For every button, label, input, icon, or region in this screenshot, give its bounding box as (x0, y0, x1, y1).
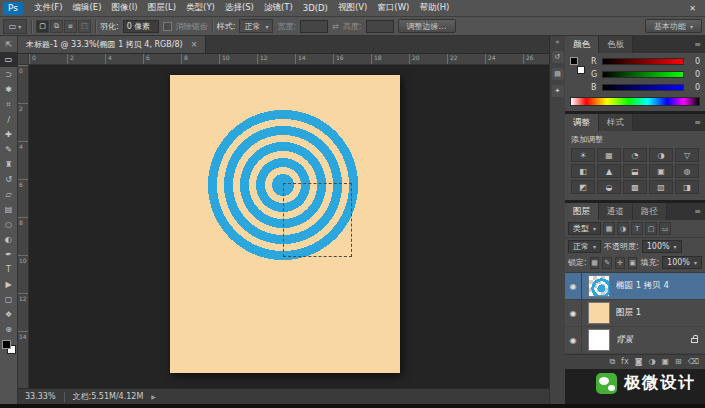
lock-image-pixels-icon[interactable]: ✎ (602, 257, 612, 269)
hand-tool[interactable]: ❖ (0, 307, 18, 322)
background-color-swatch[interactable] (577, 66, 585, 74)
filter-smart-objects-icon[interactable]: ▭ (659, 222, 671, 235)
foreground-color-swatch[interactable] (2, 340, 11, 349)
photo-filter-icon[interactable]: ▣ (649, 164, 673, 178)
red-channel-value[interactable]: 0 (688, 57, 700, 66)
menu-image[interactable]: 图像(I) (107, 0, 143, 16)
healing-brush-tool[interactable]: ✚ (0, 127, 18, 142)
history-brush-tool[interactable]: ↺ (0, 172, 18, 187)
tool-preset-picker[interactable]: ▭ ▾ (3, 19, 27, 34)
blend-mode-select[interactable]: 正常 ▾ (568, 240, 601, 253)
color-balance-icon[interactable]: ▲ (597, 164, 621, 178)
link-layers-icon[interactable]: ⧉ (609, 358, 615, 366)
layer-visibility-eye-icon[interactable]: ◉ (565, 327, 582, 353)
status-options-arrow-icon[interactable]: ▶ (151, 393, 156, 400)
layer-name[interactable]: 背景 (616, 334, 687, 346)
brush-tool[interactable]: ✎ (0, 142, 18, 157)
tab-swatches[interactable]: 色板 (599, 36, 633, 53)
levels-icon[interactable]: ▦ (597, 148, 621, 162)
properties-panel-icon[interactable]: ▤ (552, 68, 564, 80)
blue-channel-value[interactable]: 0 (688, 83, 700, 92)
green-channel-value[interactable]: 0 (688, 70, 700, 79)
brightness-contrast-icon[interactable]: ☀ (571, 148, 595, 162)
document-tab[interactable]: 未标题-1 @ 33.3%(椭圆 1 拷贝 4, RGB/8) × (18, 36, 206, 53)
new-layer-icon[interactable]: ⊞ (675, 358, 682, 366)
fill-select[interactable]: 100% ▾ (662, 256, 702, 269)
new-selection-icon[interactable]: ▢ (36, 20, 49, 33)
blur-tool[interactable]: ○ (0, 217, 18, 232)
horizontal-ruler[interactable]: 0 2 4 6 8 10 12 14 16 18 20 22 24 26 (18, 54, 549, 65)
marquee-selection[interactable] (283, 183, 352, 257)
vertical-ruler[interactable]: 0 2 4 6 8 10 12 14 (18, 65, 29, 388)
foreground-background-swatches[interactable] (2, 340, 16, 354)
add-to-selection-icon[interactable]: ⧉ (50, 20, 63, 33)
filter-adjustment-layers-icon[interactable]: ◑ (617, 222, 629, 235)
gradient-tool[interactable]: ▤ (0, 202, 18, 217)
pen-tool[interactable]: ✒ (0, 247, 18, 262)
rectangle-tool[interactable]: ▢ (0, 292, 18, 307)
blue-channel-slider[interactable] (602, 84, 684, 91)
tab-layers[interactable]: 图层 (565, 203, 599, 220)
lock-transparent-pixels-icon[interactable]: ▦ (590, 257, 600, 269)
invert-icon[interactable]: ◩ (571, 180, 595, 194)
lasso-tool[interactable]: ⊃ (0, 67, 18, 82)
layer-visibility-eye-icon[interactable]: ◉ (565, 273, 582, 299)
tab-color[interactable]: 颜色 (565, 36, 599, 53)
history-panel-icon[interactable]: ↺ (552, 51, 564, 63)
gradient-map-icon[interactable]: ▧ (649, 180, 673, 194)
layer-row-layer-1[interactable]: ◉ 图层 1 (565, 300, 705, 327)
menu-type[interactable]: 类型(Y) (181, 0, 220, 16)
antialias-checkbox[interactable] (163, 22, 172, 31)
panel-menu-icon[interactable]: ≡ (690, 203, 705, 220)
red-channel-slider[interactable] (602, 58, 684, 65)
foreground-color-swatch[interactable] (570, 57, 578, 65)
layer-row-background[interactable]: ◉ 背景 (565, 327, 705, 354)
opacity-select[interactable]: 100% ▾ (642, 240, 682, 253)
color-spectrum-ramp[interactable] (570, 97, 700, 106)
panel-menu-icon[interactable]: ≡ (690, 36, 705, 53)
layer-visibility-eye-icon[interactable]: ◉ (565, 300, 582, 326)
subtract-from-selection-icon[interactable]: ⧈ (64, 20, 77, 33)
style-select[interactable]: 正常 ▾ (239, 19, 273, 33)
layer-thumbnail[interactable] (588, 275, 610, 297)
path-selection-tool[interactable]: ▶ (0, 277, 18, 292)
menu-filter[interactable]: 滤镜(T) (259, 0, 298, 16)
width-input[interactable] (300, 20, 328, 33)
hue-saturation-icon[interactable]: ◧ (571, 164, 595, 178)
workspace-switcher-button[interactable]: 基本功能 ▾ (645, 19, 702, 33)
tab-adjustments[interactable]: 调整 (565, 114, 599, 131)
type-tool[interactable]: T (0, 262, 18, 277)
layer-thumbnail[interactable] (588, 329, 610, 351)
document-canvas[interactable] (170, 75, 400, 373)
new-adjustment-layer-icon[interactable]: ◑ (648, 358, 655, 366)
menu-edit[interactable]: 编辑(E) (68, 0, 107, 16)
height-input[interactable] (366, 20, 394, 33)
menu-layer[interactable]: 图层(L) (143, 0, 181, 16)
canvas[interactable] (29, 65, 549, 388)
vibrance-icon[interactable]: ▽ (675, 148, 699, 162)
crop-tool[interactable]: ⌗ (0, 97, 18, 112)
menu-select[interactable]: 选择(S) (220, 0, 259, 16)
layer-name[interactable]: 图层 1 (616, 307, 705, 319)
menu-view[interactable]: 视图(V) (333, 0, 372, 16)
menu-file[interactable]: 文件(F) (29, 0, 68, 16)
lock-all-icon[interactable]: ▣ (628, 257, 638, 269)
info-panel-icon[interactable]: ✦ (552, 85, 564, 97)
layer-filter-type-select[interactable]: 类型 ▾ (568, 222, 601, 235)
tab-paths[interactable]: 路径 (633, 203, 667, 220)
feather-input[interactable]: 0 像素 (123, 20, 159, 33)
rectangular-marquee-tool[interactable]: ▭ (0, 52, 18, 67)
tab-channels[interactable]: 通道 (599, 203, 633, 220)
exposure-icon[interactable]: ◑ (649, 148, 673, 162)
black-white-icon[interactable]: ⬓ (623, 164, 647, 178)
clone-stamp-tool[interactable]: ♜ (0, 157, 18, 172)
swap-dimensions-icon[interactable]: ⇄ (332, 22, 339, 31)
threshold-icon[interactable]: ▩ (623, 180, 647, 194)
selective-color-icon[interactable]: ◨ (675, 180, 699, 194)
filter-shape-layers-icon[interactable]: ▢ (645, 222, 657, 235)
dodge-tool[interactable]: ◐ (0, 232, 18, 247)
layer-thumbnail[interactable] (588, 302, 610, 324)
posterize-icon[interactable]: ◒ (597, 180, 621, 194)
layer-style-fx-icon[interactable]: fx (621, 358, 629, 366)
new-group-icon[interactable]: ▣ (661, 358, 669, 366)
